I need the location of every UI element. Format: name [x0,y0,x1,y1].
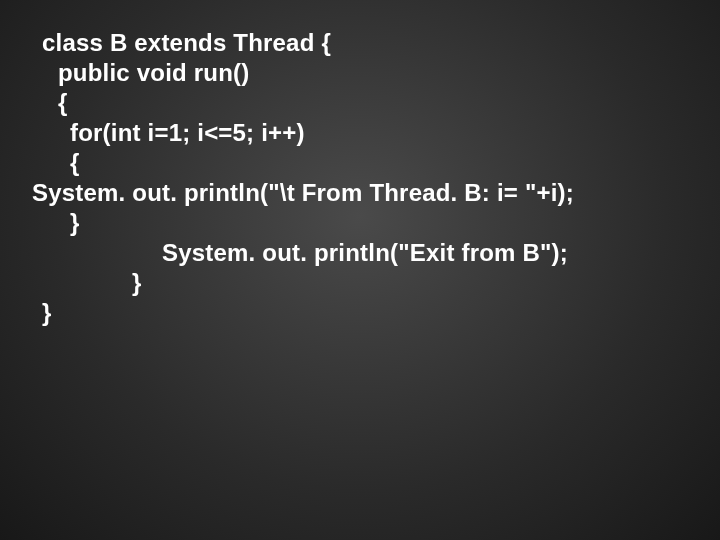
code-line-5: { [42,148,690,178]
code-line-7: } [42,208,690,238]
code-line-9: } [42,268,690,298]
code-line-3: { [42,88,690,118]
code-line-1: class B extends Thread { [42,28,690,58]
code-line-6: System. out. println("\t From Thread. B:… [32,178,690,208]
code-line-4: for(int i=1; i<=5; i++) [42,118,690,148]
code-line-2: public void run() [42,58,690,88]
code-line-8: System. out. println("Exit from B"); [42,238,690,268]
code-slide: class B extends Thread { public void run… [0,0,720,540]
code-line-10: } [42,298,690,328]
